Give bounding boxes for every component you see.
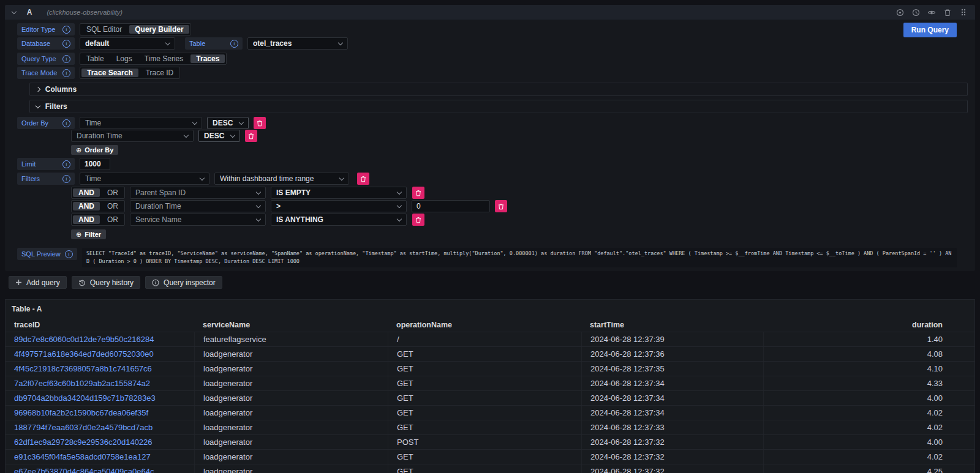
database-select[interactable]: default — [80, 37, 175, 50]
trace-id-link[interactable]: 89dc7e8c6060c0d12de7e9b50c216284 — [6, 335, 194, 344]
history-icon[interactable] — [911, 8, 920, 17]
info-icon[interactable]: i — [62, 26, 70, 34]
info-icon[interactable]: i — [62, 119, 70, 127]
filter-field-select[interactable]: Parent Span ID — [130, 187, 266, 199]
info-icon[interactable]: i — [65, 250, 73, 258]
limit-label: Limit — [21, 160, 36, 168]
filter-operator-value: IS ANYTHING — [276, 215, 323, 224]
filter-value-input[interactable] — [412, 200, 490, 212]
service-name-cell: loadgenerator — [194, 391, 388, 405]
duration-cell: 4.02 — [763, 450, 974, 464]
remove-filter-button[interactable] — [357, 173, 369, 185]
query-type-table[interactable]: Table — [80, 53, 110, 64]
operation-name-cell: GET — [388, 420, 581, 434]
add-filter-button[interactable]: ⊕ Filter — [71, 229, 106, 239]
or-option[interactable]: OR — [101, 187, 124, 198]
trace-id-option[interactable]: Trace ID — [140, 67, 180, 78]
and-option[interactable]: AND — [73, 215, 100, 224]
operation-name-cell: GET — [388, 406, 581, 420]
eye-icon[interactable] — [927, 8, 936, 17]
query-ref-id[interactable]: A — [27, 8, 32, 17]
table-row: e67ee7b53870d4c864ca50409ca0e64c loadgen… — [6, 464, 974, 473]
order-by-direction-select[interactable]: DESC — [207, 117, 249, 129]
trash-icon[interactable] — [943, 8, 952, 17]
remove-filter-button[interactable] — [412, 187, 424, 199]
column-header-starttime[interactable]: startTime — [581, 321, 763, 329]
order-by-field-select[interactable]: Duration Time — [71, 130, 194, 142]
column-header-duration[interactable]: duration — [763, 321, 974, 329]
add-order-by-button[interactable]: ⊕ Order By — [71, 145, 118, 155]
start-time-cell: 2024-06-28 12:37:39 — [581, 332, 763, 346]
drag-handle-icon[interactable] — [959, 8, 968, 17]
trace-id-link[interactable]: 7a2f07ecf63c60b1029ab2ac155874a2 — [6, 379, 194, 388]
trace-id-link[interactable]: 4f497571a618e364ed7ded60752030e0 — [6, 349, 194, 359]
filters-section-header[interactable]: Filters — [29, 100, 968, 113]
info-icon[interactable]: i — [62, 55, 70, 63]
trace-id-link[interactable]: db9704a2bbda34204d159c71b78283e3 — [6, 393, 194, 403]
info-icon[interactable]: i — [62, 69, 70, 77]
add-filter-label: Filter — [85, 231, 101, 238]
filter-operator-select[interactable]: Within dashboard time range — [214, 173, 349, 185]
filter-operator-select[interactable]: IS EMPTY — [271, 187, 407, 199]
column-header-servicename[interactable]: serviceName — [194, 321, 388, 329]
trace-id-link[interactable]: e91c3645f04fa5e58adcd0758e1ea127 — [6, 452, 194, 461]
info-icon[interactable]: i — [62, 160, 70, 168]
and-option[interactable]: AND — [73, 202, 100, 210]
filter-field-select[interactable]: Service Name — [130, 214, 266, 226]
trace-id-link[interactable]: e67ee7b53870d4c864ca50409ca0e64c — [6, 467, 194, 473]
collapse-chevron-icon[interactable] — [12, 9, 17, 13]
filter-operator-select[interactable]: IS ANYTHING — [271, 214, 407, 226]
query-inspector-button[interactable]: Query inspector — [145, 276, 222, 289]
or-option[interactable]: OR — [101, 201, 124, 212]
query-history-button[interactable]: Query history — [72, 276, 140, 289]
remove-filter-button[interactable] — [412, 214, 424, 226]
history-icon — [78, 279, 86, 286]
operation-name-cell: POST — [388, 435, 581, 449]
query-builder-option[interactable]: Query Builder — [129, 25, 189, 34]
filter-field-select[interactable]: Duration Time — [130, 200, 266, 212]
limit-input[interactable] — [80, 158, 110, 170]
trace-id-link[interactable]: 4f45c21918c73698057a8b1c741657c6 — [6, 364, 194, 373]
sql-preview-text: SELECT "TraceId" as traceID, "ServiceNam… — [82, 248, 957, 267]
query-type-logs[interactable]: Logs — [110, 53, 138, 64]
filter-operator-select[interactable]: > — [271, 200, 407, 212]
columns-section-header[interactable]: Columns — [29, 83, 968, 96]
sql-editor-option[interactable]: SQL Editor — [80, 24, 128, 35]
operation-name-cell: GET — [388, 376, 581, 390]
column-header-operationname[interactable]: operationName — [388, 321, 581, 329]
trace-id-link[interactable]: 62df1ec9a29728c9e29536c20d140226 — [6, 438, 194, 447]
trace-id-link[interactable]: 1887794f7eaa6037d0e2a4579bcd7acb — [6, 423, 194, 432]
remove-order-by-button[interactable] — [254, 117, 266, 129]
column-header-traceid[interactable]: traceID — [6, 321, 194, 329]
order-by-label: Order By — [21, 119, 48, 127]
service-name-cell: loadgenerator — [194, 347, 388, 361]
editor-type-label-chip: Editor Type i — [17, 23, 75, 35]
or-option[interactable]: OR — [101, 214, 124, 225]
trace-id-link[interactable]: 96968b10fa2b2c1590bc67dea06ef35f — [6, 408, 194, 417]
info-icon[interactable]: i — [230, 40, 238, 48]
order-by-field-select[interactable]: Time — [80, 117, 202, 129]
trace-search-option[interactable]: Trace Search — [81, 69, 138, 77]
filter-field-select[interactable]: Time — [80, 173, 209, 185]
chevron-down-icon — [397, 189, 402, 194]
spacer — [17, 229, 70, 239]
run-query-button[interactable]: Run Query — [903, 23, 957, 37]
remove-filter-button[interactable] — [495, 200, 507, 212]
table-row: 4f497571a618e364ed7ded60752030e0 loadgen… — [6, 346, 974, 361]
info-icon[interactable]: i — [62, 175, 70, 183]
remove-order-by-button[interactable] — [245, 130, 257, 142]
info-icon[interactable]: i — [62, 40, 70, 48]
operation-name-cell: / — [388, 332, 581, 346]
and-option[interactable]: AND — [73, 188, 100, 197]
table-row: 96968b10fa2b2c1590bc67dea06ef35f loadgen… — [6, 405, 974, 420]
start-time-cell: 2024-06-28 12:37:33 — [581, 420, 763, 434]
query-type-timeseries[interactable]: Time Series — [138, 53, 190, 64]
table-select[interactable]: otel_traces — [247, 37, 348, 50]
record-icon[interactable] — [895, 8, 904, 17]
add-query-button[interactable]: Add query — [9, 276, 67, 289]
order-by-row-2: Duration Time DESC — [17, 130, 957, 142]
query-type-traces[interactable]: Traces — [190, 54, 225, 63]
filter-field-value: Parent Span ID — [135, 188, 186, 197]
order-by-direction-select[interactable]: DESC — [198, 130, 240, 142]
filters-label: Filters — [21, 175, 40, 182]
